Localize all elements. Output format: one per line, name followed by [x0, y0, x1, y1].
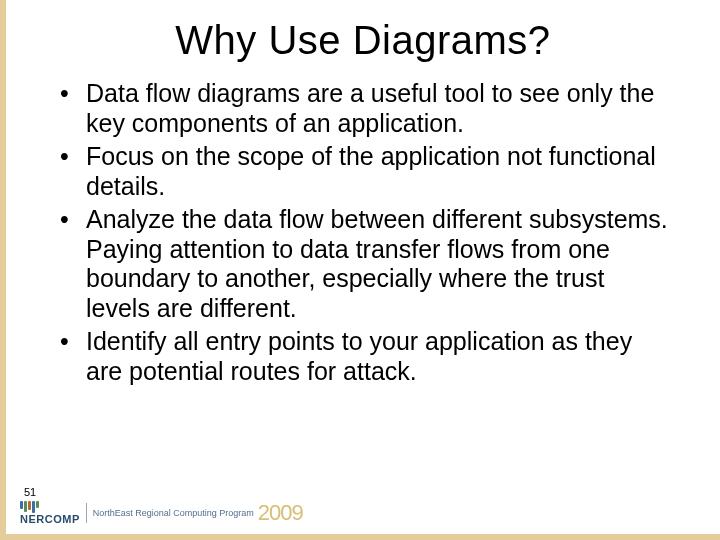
bullet-item: Analyze the data flow between different …	[56, 205, 670, 323]
slide-body: Data flow diagrams are a useful tool to …	[6, 73, 720, 386]
logo-divider	[86, 503, 87, 523]
bullet-list: Data flow diagrams are a useful tool to …	[56, 79, 670, 386]
logo-mark: NERCOMP	[20, 501, 80, 525]
logo-stripes-icon	[20, 501, 80, 513]
bullet-item: Focus on the scope of the application no…	[56, 142, 670, 201]
logo-year: 2009	[258, 500, 303, 526]
bullet-item: Data flow diagrams are a useful tool to …	[56, 79, 670, 138]
bullet-item: Identify all entry points to your applic…	[56, 327, 670, 386]
slide-footer: 51 NERCOMP NorthEast Regional Computing …	[20, 486, 303, 526]
slide: Why Use Diagrams? Data flow diagrams are…	[0, 0, 720, 540]
logo-org-long: NorthEast Regional Computing Program	[93, 508, 254, 518]
slide-title: Why Use Diagrams?	[6, 0, 720, 73]
footer-logo: NERCOMP NorthEast Regional Computing Pro…	[20, 500, 303, 526]
logo-org-short: NERCOMP	[20, 515, 80, 525]
page-number: 51	[20, 486, 303, 498]
